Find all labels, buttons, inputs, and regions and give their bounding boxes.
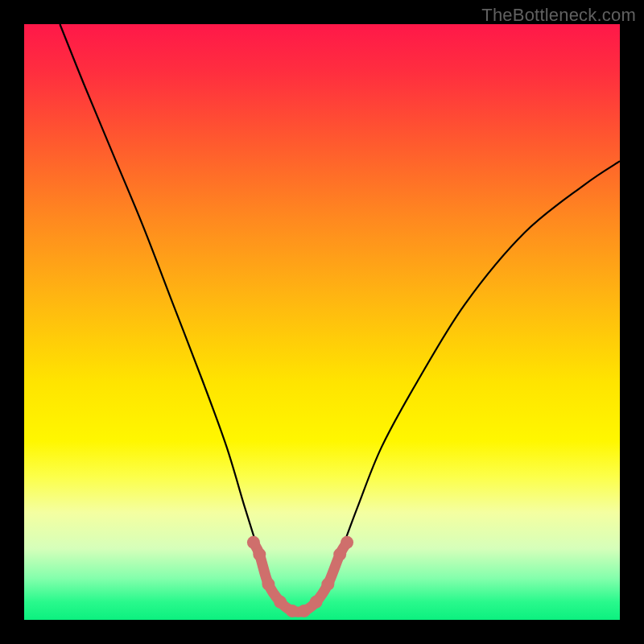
chart-frame: TheBottleneck.com bbox=[0, 0, 644, 644]
valley-dot bbox=[262, 578, 275, 591]
valley-dot bbox=[286, 605, 299, 617]
valley-dot bbox=[310, 596, 323, 609]
valley-dot bbox=[247, 536, 260, 549]
bottleneck-curve bbox=[60, 24, 620, 612]
valley-dot bbox=[253, 548, 266, 561]
chart-overlay bbox=[24, 24, 620, 620]
valley-dot bbox=[341, 536, 353, 549]
valley-dot bbox=[274, 596, 287, 609]
valley-dot bbox=[321, 578, 334, 591]
watermark-text: TheBottleneck.com bbox=[481, 5, 636, 26]
valley-marker-line bbox=[254, 543, 347, 612]
valley-dot bbox=[298, 605, 311, 617]
valley-dot bbox=[333, 548, 346, 561]
